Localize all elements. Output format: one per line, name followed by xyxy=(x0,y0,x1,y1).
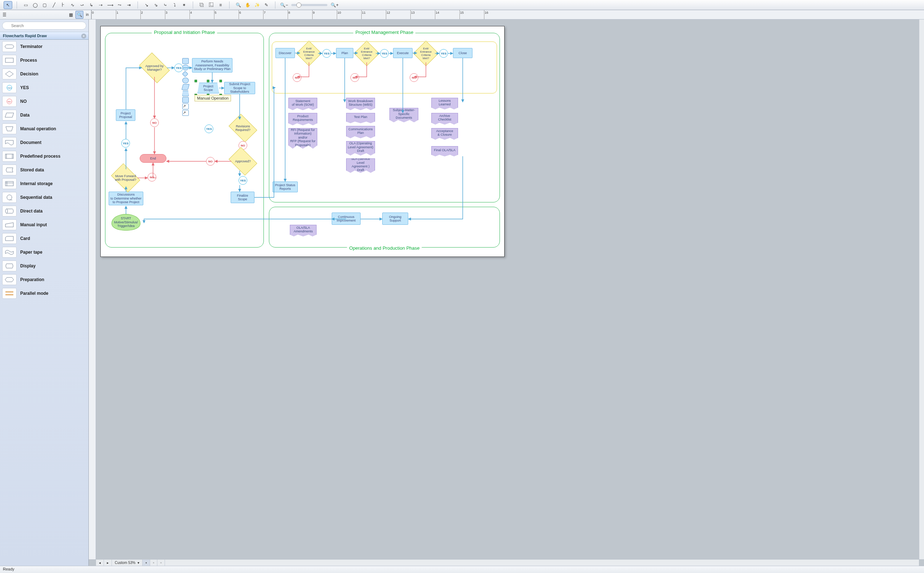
archive-doc[interactable]: Archive Checklist xyxy=(431,113,458,125)
shape-item-stored-data[interactable]: Stored data xyxy=(0,163,88,177)
approved-decision[interactable]: Approved? xyxy=(231,153,254,170)
shape-item-manual-operation[interactable]: Manual operation xyxy=(0,122,88,136)
page-tab-3[interactable]: ▫ xyxy=(157,560,165,566)
final-ola-doc[interactable]: Final OLA/SLA xyxy=(431,146,458,157)
connector1-button[interactable]: ↳ xyxy=(87,1,96,9)
line-shape-button[interactable]: ╱ xyxy=(49,1,58,9)
connector5-button[interactable]: ⇥ xyxy=(125,1,133,9)
lessons-doc[interactable]: Lessons Learned xyxy=(431,98,458,110)
discussions-process[interactable]: Discussions to Determine whether to Prop… xyxy=(109,192,143,205)
shape-item-manual-input[interactable]: Manual input xyxy=(0,218,88,232)
shape-item-sequential-data[interactable]: Sequential data xyxy=(0,191,88,204)
palette-rounded-icon[interactable] xyxy=(182,64,189,70)
ola-amendments-doc[interactable]: OLA/SLA Amendments xyxy=(290,225,316,237)
smart-connector5-button[interactable]: ✶ xyxy=(180,1,188,9)
close-process[interactable]: Close xyxy=(453,48,473,58)
exit-criteria-1-decision[interactable]: Exit/ Entrance Criteria Met? xyxy=(300,44,318,63)
vertical-scrollbar[interactable] xyxy=(919,19,924,559)
curve-button[interactable]: ∿ xyxy=(68,1,77,9)
connector4-button[interactable]: ⤳ xyxy=(115,1,124,9)
outline-view-button[interactable]: ☰ xyxy=(0,11,8,19)
smart-connector2-button[interactable]: ⇘ xyxy=(152,1,160,9)
search-mode-button[interactable]: 🔍 xyxy=(75,11,83,19)
palette-trapezoid-icon[interactable] xyxy=(182,91,189,96)
align-button[interactable]: ≡ xyxy=(216,1,225,9)
search-input[interactable] xyxy=(2,22,86,30)
submit-scope-process[interactable]: Submit Project Scope to Stakeholders xyxy=(224,82,255,94)
move-forward-decision[interactable]: Move Forward with Proposal? xyxy=(114,169,138,186)
start-cloud[interactable]: START Motive/Stimulus/ Trigger/Idea xyxy=(111,214,140,230)
rounded-shape-button[interactable]: ▢ xyxy=(40,1,49,9)
smart-connector1-button[interactable]: ↘ xyxy=(142,1,151,9)
status-reports-process[interactable]: Project Status Reports xyxy=(273,182,298,192)
group-button[interactable]: ⿻ xyxy=(197,1,206,9)
grid-view-button[interactable]: ▦ xyxy=(67,11,75,19)
ongoing-support-process[interactable]: Ongoing Support xyxy=(382,213,408,225)
shape-item-no[interactable]: NONO xyxy=(0,94,88,108)
quick-shape-palette[interactable]: ↗ ↗ xyxy=(182,58,189,116)
revisions-decision[interactable]: Revisions Required? xyxy=(231,119,254,137)
exit-criteria-2-decision[interactable]: Exit/ Entrance Criteria Met? xyxy=(358,44,376,63)
palette-connector-icon[interactable]: ↗ xyxy=(182,103,189,109)
shape-item-decision[interactable]: Decision xyxy=(0,67,88,81)
palette-diamond-icon[interactable] xyxy=(182,71,188,77)
highlight-button[interactable]: ✨ xyxy=(253,1,261,9)
page-tab-2[interactable]: ▫ xyxy=(150,560,158,566)
acceptance-doc[interactable]: Acceptance & Closure xyxy=(431,128,458,140)
pointer-tool-button[interactable]: ↖ xyxy=(4,1,12,9)
shape-item-predefined-process[interactable]: Predefined process xyxy=(0,149,88,163)
palette-arrow-icon[interactable]: ↗ xyxy=(182,110,189,116)
drawing-page[interactable]: Proposal and Initiation Phase Project Ma… xyxy=(100,26,504,257)
next-page-button[interactable]: ▸ xyxy=(104,560,112,566)
shape-item-card[interactable]: Card xyxy=(0,232,88,245)
shape-item-display[interactable]: Display xyxy=(0,259,88,273)
shape-item-direct-data[interactable]: Direct data xyxy=(0,204,88,218)
prev-page-button[interactable]: ◂ xyxy=(96,560,104,566)
palette-doc-icon[interactable] xyxy=(182,97,189,103)
zoom-in-button[interactable]: 🔍+ xyxy=(330,1,339,9)
panel-header[interactable]: Flowcharts Rapid Draw × xyxy=(0,32,88,40)
ungroup-button[interactable]: ⿺ xyxy=(207,1,216,9)
zoom-display[interactable]: Custom 53% xyxy=(115,561,135,565)
wbs-doc[interactable]: Work Breakdown Structure (WBS) xyxy=(346,98,375,111)
shape-item-paper-tape[interactable]: Paper tape xyxy=(0,245,88,259)
smart-connector4-button[interactable]: ⤵ xyxy=(171,1,179,9)
shape-item-preparation[interactable]: Preparation xyxy=(0,273,88,286)
exit-criteria-3-decision[interactable]: Exit/ Entrance Criteria Met? xyxy=(417,44,435,63)
test-plan-doc[interactable]: Test Plan xyxy=(346,113,375,124)
sla-draft-doc[interactable]: SLA (Service Level Agreement ) Draft xyxy=(346,158,375,174)
execute-process[interactable]: Execute xyxy=(393,48,413,58)
zoom-out-button[interactable]: 🔍− xyxy=(280,1,288,9)
close-icon[interactable]: × xyxy=(81,34,86,39)
project-proposal-process[interactable]: Project Proposal xyxy=(116,109,135,121)
perform-needs-process[interactable]: Perform Needs Assessment, Feasibility St… xyxy=(192,58,232,72)
shape-item-yes[interactable]: YESYES xyxy=(0,81,88,94)
continuous-improvement-process[interactable]: Continuous Improvement xyxy=(332,213,360,225)
palette-circle-icon[interactable] xyxy=(182,78,189,83)
zoom-slider[interactable] xyxy=(291,4,327,6)
document-scroll[interactable]: Proposal and Initiation Phase Project Ma… xyxy=(96,19,919,559)
sow-doc[interactable]: Statement of Work (SOW) xyxy=(288,98,317,111)
page-tab-1[interactable]: ▪ xyxy=(143,560,150,566)
project-scope-node[interactable]: Project Scope xyxy=(197,83,219,94)
connector2-button[interactable]: ⇢ xyxy=(96,1,105,9)
discover-process[interactable]: Discover xyxy=(276,48,295,58)
zoom-dropdown-icon[interactable]: ▾ xyxy=(138,561,139,565)
rfi-rfp-doc[interactable]: RFI (Request for Information) and/or RFP… xyxy=(288,128,317,150)
connector3-button[interactable]: ⟶ xyxy=(106,1,114,9)
end-terminator[interactable]: End xyxy=(140,154,166,163)
ellipse-shape-button[interactable]: ◯ xyxy=(31,1,39,9)
product-req-doc[interactable]: Product Requirements xyxy=(288,113,317,126)
zoom-tool-button[interactable]: 🔍 xyxy=(234,1,243,9)
ola-draft-doc[interactable]: OLA (Operating Level Agreement) Draft xyxy=(346,141,375,156)
shape-item-terminator[interactable]: Terminator xyxy=(0,40,88,53)
shape-item-data[interactable]: Data xyxy=(0,108,88,122)
palette-parallelogram-icon[interactable] xyxy=(182,84,189,90)
polyline-button[interactable]: ⺊ xyxy=(59,1,67,9)
smart-connector3-button[interactable]: ⤷ xyxy=(161,1,170,9)
sme-docs[interactable]: Subject-Matter- Specific Documents xyxy=(390,108,418,123)
shape-item-internal-storage[interactable]: Internal storage xyxy=(0,177,88,191)
eyedropper-button[interactable]: ✎ xyxy=(262,1,271,9)
shape-item-process[interactable]: Process xyxy=(0,53,88,67)
palette-rect-icon[interactable] xyxy=(182,58,189,64)
